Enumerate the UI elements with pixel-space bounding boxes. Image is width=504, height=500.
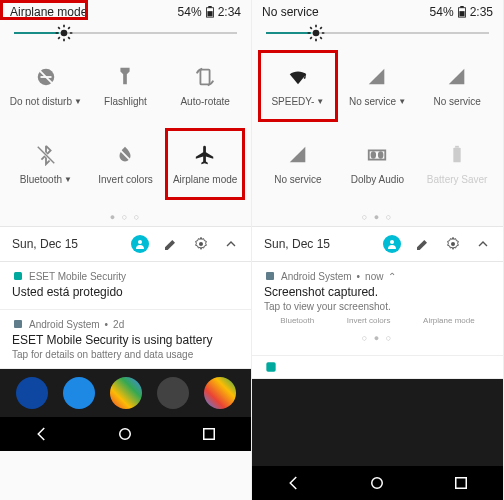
user-icon[interactable] xyxy=(131,235,149,253)
tile-battery-saver[interactable]: Battery Saver xyxy=(417,128,497,200)
page-dots: ○ ● ○ xyxy=(252,208,503,226)
battery-percent: 54% xyxy=(178,5,202,19)
tile-cellular3[interactable]: No service xyxy=(258,128,338,200)
page-dots: ● ○ ○ xyxy=(0,208,251,226)
eset-icon xyxy=(12,270,24,282)
battery-percent: 54% xyxy=(430,5,454,19)
screenshot-preview-tiles: Bluetooth Invert colors Airplane mode xyxy=(264,312,491,329)
airplane-icon xyxy=(194,144,216,166)
chevron-up-icon[interactable] xyxy=(223,236,239,252)
android-icon xyxy=(12,318,24,330)
android-icon xyxy=(264,270,276,282)
svg-rect-24 xyxy=(266,272,274,280)
tile-wifi[interactable]: SPEEDY-▼ xyxy=(258,50,338,122)
svg-point-19 xyxy=(378,151,384,158)
svg-point-16 xyxy=(313,30,320,37)
svg-rect-9 xyxy=(14,272,22,280)
svg-rect-20 xyxy=(453,147,460,162)
brightness-slider[interactable] xyxy=(0,24,251,42)
tile-cellular2[interactable]: No service xyxy=(417,50,497,122)
status-bar: No service 54% 2:35 xyxy=(252,0,503,24)
tile-bluetooth[interactable]: Bluetooth▼ xyxy=(6,128,86,200)
dnd-icon xyxy=(35,66,57,88)
date-text: Sun, Dec 15 xyxy=(264,237,330,251)
svg-point-22 xyxy=(390,240,394,244)
gear-icon[interactable] xyxy=(445,236,461,252)
invert-icon xyxy=(114,144,136,166)
svg-point-8 xyxy=(199,242,203,246)
notification-collapsed[interactable] xyxy=(252,356,503,379)
edit-icon[interactable] xyxy=(163,236,179,252)
svg-point-23 xyxy=(451,242,455,246)
svg-point-3 xyxy=(61,30,68,37)
eset-icon xyxy=(264,360,278,374)
battery-icon xyxy=(205,6,215,18)
svg-point-7 xyxy=(138,240,142,244)
notification-screenshot[interactable]: Android System • now ⌃ Screenshot captur… xyxy=(252,262,503,356)
status-time: 2:35 xyxy=(470,5,493,19)
user-icon[interactable] xyxy=(383,235,401,253)
app-photos[interactable] xyxy=(204,377,236,409)
svg-rect-14 xyxy=(459,11,464,16)
status-title: Airplane mode xyxy=(10,5,87,19)
chevron-up-icon[interactable] xyxy=(475,236,491,252)
svg-point-18 xyxy=(371,151,377,158)
flashlight-icon xyxy=(114,66,136,88)
svg-rect-25 xyxy=(266,362,275,371)
svg-rect-2 xyxy=(208,6,211,8)
recent-icon[interactable] xyxy=(200,425,218,443)
tile-invertcolors[interactable]: Invert colors xyxy=(86,128,166,200)
svg-point-11 xyxy=(120,429,131,440)
svg-rect-21 xyxy=(455,145,459,147)
tile-airplane[interactable]: Airplane mode xyxy=(165,128,245,200)
svg-rect-12 xyxy=(204,429,215,440)
battery-icon xyxy=(457,6,467,18)
status-bar: Airplane mode 54% 2:34 xyxy=(0,0,251,24)
brightness-slider[interactable] xyxy=(252,24,503,42)
gear-icon[interactable] xyxy=(193,236,209,252)
app-messages[interactable] xyxy=(63,377,95,409)
autorotate-icon xyxy=(194,66,216,88)
app-chrome[interactable] xyxy=(110,377,142,409)
back-icon[interactable] xyxy=(33,425,51,443)
tile-autorotate[interactable]: Auto-rotate xyxy=(165,50,245,122)
tile-flashlight[interactable]: Flashlight xyxy=(86,50,166,122)
home-icon[interactable] xyxy=(368,474,386,492)
tile-dolby[interactable]: Dolby Audio xyxy=(338,128,418,200)
status-time: 2:34 xyxy=(218,5,241,19)
battery-saver-icon xyxy=(446,144,468,166)
status-title: No service xyxy=(262,5,319,19)
tile-dnd[interactable]: Do not disturb▼ xyxy=(6,50,86,122)
signal-icon xyxy=(287,144,309,166)
navbar xyxy=(252,466,503,500)
background xyxy=(252,379,503,466)
notification-eset[interactable]: ESET Mobile Security Usted está protegid… xyxy=(0,262,251,310)
back-icon[interactable] xyxy=(285,474,303,492)
app-phone[interactable] xyxy=(16,377,48,409)
bluetooth-icon xyxy=(35,144,57,166)
app-dock xyxy=(0,369,251,417)
tile-cellular[interactable]: No service▼ xyxy=(338,50,418,122)
svg-rect-6 xyxy=(201,69,210,84)
date-row: Sun, Dec 15 xyxy=(252,226,503,262)
svg-point-26 xyxy=(372,478,383,489)
edit-icon[interactable] xyxy=(415,236,431,252)
svg-rect-1 xyxy=(207,11,212,16)
quick-tiles: SPEEDY-▼ No service▼ No service No servi… xyxy=(252,42,503,208)
screen-right: No service 54% 2:35 SPEEDY-▼ No service▼… xyxy=(252,0,504,500)
navbar xyxy=(0,417,251,451)
app-camera[interactable] xyxy=(157,377,189,409)
wifi-icon xyxy=(287,66,309,88)
svg-rect-10 xyxy=(14,320,22,328)
date-text: Sun, Dec 15 xyxy=(12,237,78,251)
svg-rect-27 xyxy=(456,478,467,489)
screen-left: Airplane mode 54% 2:34 Do not disturb▼ F… xyxy=(0,0,252,500)
signal-icon xyxy=(446,66,468,88)
date-row: Sun, Dec 15 xyxy=(0,226,251,262)
notification-android[interactable]: Android System • 2d ESET Mobile Security… xyxy=(0,310,251,369)
quick-tiles: Do not disturb▼ Flashlight Auto-rotate B… xyxy=(0,42,251,208)
home-icon[interactable] xyxy=(116,425,134,443)
signal-icon xyxy=(366,66,388,88)
svg-rect-15 xyxy=(460,6,463,8)
recent-icon[interactable] xyxy=(452,474,470,492)
